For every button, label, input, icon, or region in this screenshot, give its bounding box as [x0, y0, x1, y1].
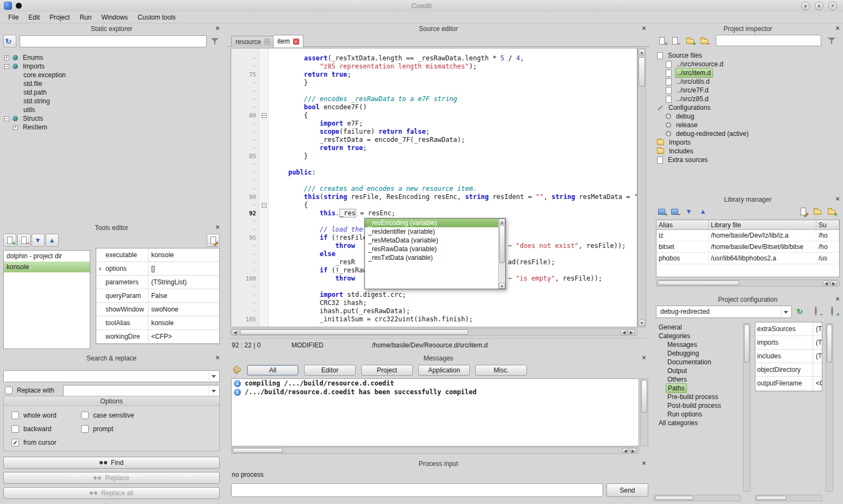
close-panel-icon[interactable] [641, 25, 647, 32]
config-grid-hscrollbar[interactable] [755, 495, 822, 501]
messages-vscrollbar[interactable] [640, 378, 648, 446]
tab-item[interactable]: item [273, 35, 303, 47]
table-row[interactable]: bitset/home/basile/Dev/Bitset/lib/bitse/… [656, 241, 839, 253]
tree-item-source-files[interactable]: Source files [655, 51, 842, 60]
checkbox-backward[interactable]: backward [11, 425, 81, 433]
scroll-left-icon[interactable]: ◀ [622, 448, 629, 453]
checkbox-prompt[interactable]: prompt [81, 425, 219, 433]
code-line[interactable]: 75 return true; [231, 71, 637, 79]
menu-run[interactable]: Run [75, 13, 96, 22]
code-line[interactable]: · [231, 160, 637, 169]
code-line[interactable]: · scope(failure) return false; [231, 128, 637, 136]
close-button[interactable]: × [828, 2, 837, 10]
completion-item-residentifier-variable[interactable]: _resIdentifier (variable) [365, 227, 498, 236]
scroll-right-icon[interactable]: ▶ [630, 448, 636, 453]
code-line[interactable]: · import std.digest.crc; [231, 291, 637, 299]
tool-item-dolphin-project-dir[interactable]: dolphin - project dir [4, 251, 90, 262]
menu-file[interactable]: File [3, 13, 23, 22]
completion-scrollbar[interactable]: ▲ ▼ [498, 219, 505, 289]
minimize-button[interactable]: ∨ [801, 2, 810, 10]
scroll-up-icon[interactable]: ▲ [639, 49, 645, 55]
code-line[interactable]: · /// creates and encodes a new resource… [231, 185, 637, 193]
close-tab-icon[interactable] [264, 39, 270, 45]
maximize-button[interactable]: ∧ [815, 2, 823, 10]
scroll-up-icon[interactable]: ▲ [499, 219, 505, 225]
property-value[interactable]: konsole [148, 251, 219, 259]
code-line[interactable]: · ihash.put(_resRawData); [231, 307, 637, 315]
config-category-output[interactable]: Output [654, 366, 741, 375]
code-line[interactable]: · [231, 87, 637, 95]
config-category-all-categories[interactable]: All categories [654, 419, 741, 427]
configuration-selector[interactable]: debug-redirected [656, 306, 792, 318]
config-category-run-options[interactable]: Run options [654, 410, 741, 419]
config-category-general[interactable]: General [654, 323, 741, 332]
fold-collapse-icon[interactable]: − [262, 113, 266, 118]
scroll-down-icon[interactable]: ▼ [639, 320, 645, 326]
column-header-su[interactable]: Su [816, 220, 839, 229]
tree-item-src-item-d[interactable]: ../src/item.d [655, 69, 842, 77]
remove-tool-button[interactable]: − [17, 234, 30, 247]
messages-tab-misc[interactable]: Misc. [475, 365, 527, 376]
code-line[interactable]: · "z85 representation length mismatches"… [231, 63, 637, 71]
scroll-right-icon[interactable]: ▶ [830, 281, 837, 285]
menu-edit[interactable]: Edit [23, 13, 45, 22]
scroll-thumb[interactable] [827, 325, 832, 363]
code-line[interactable]: · /// encodes _resRawData to a e7F strin… [231, 95, 637, 103]
replace-with-checkbox[interactable]: Replace with [5, 387, 54, 394]
remove-config-button[interactable]: − [811, 306, 823, 318]
tree-item-configurations[interactable]: Configurations [655, 103, 842, 112]
edit-library-button[interactable] [797, 206, 809, 217]
collapse-icon[interactable]: − [4, 64, 9, 69]
find-button[interactable]: Find [3, 457, 220, 469]
refresh-symbols-button[interactable]: ↻ [3, 35, 16, 48]
filter-icon[interactable] [211, 37, 219, 45]
property-value[interactable]: False [148, 292, 219, 300]
code-line[interactable]: 90 this(string resFile, ResEncoding resE… [231, 193, 637, 201]
property-value[interactable]: [] [148, 265, 219, 272]
move-library-up-button[interactable]: ▲ [697, 206, 709, 217]
tree-item-std-string[interactable]: std.string [2, 97, 221, 105]
close-panel-icon[interactable] [641, 354, 647, 361]
code-editor[interactable]: · assert(_resTxtData.length == _resRawDa… [231, 48, 637, 327]
scroll-thumb[interactable] [639, 57, 645, 86]
tool-item-konsole[interactable]: konsole [4, 262, 90, 272]
property-value[interactable]: (T [813, 352, 822, 360]
symbol-search-input[interactable] [20, 35, 207, 47]
checkbox-icon[interactable] [81, 412, 89, 419]
expand-icon[interactable]: + [4, 55, 9, 60]
config-category-debugging[interactable]: Debugging [654, 349, 741, 358]
tree-item-src-e7f-d[interactable]: ../src/e7F.d [655, 86, 842, 95]
checkbox-icon[interactable] [81, 425, 89, 433]
message-category-icon[interactable] [232, 365, 241, 374]
tree-item-resitem[interactable]: +ResItem [2, 123, 221, 132]
fold-collapse-icon[interactable]: − [262, 203, 266, 208]
left-splitter[interactable] [223, 24, 226, 504]
close-panel-icon[interactable] [834, 196, 841, 202]
replace-all-button[interactable]: Replace all [3, 487, 220, 499]
checkbox-icon[interactable] [11, 412, 19, 419]
move-tool-up-button[interactable]: ▲ [46, 234, 59, 247]
process-input-field[interactable] [231, 483, 603, 497]
code-line[interactable]: · public: [231, 169, 637, 177]
remove-library-button[interactable]: − [669, 206, 681, 217]
messages-tab-editor[interactable]: Editor [304, 365, 356, 376]
tree-item-includes[interactable]: Includes [655, 147, 842, 155]
checkbox-icon[interactable] [11, 425, 19, 433]
tree-item-imports[interactable]: Imports [655, 138, 842, 147]
message-row[interactable]: compiling /.../build/resource.d.coedit [232, 379, 639, 388]
scroll-thumb[interactable] [499, 225, 505, 263]
code-line[interactable]: · _resTxtData = encode_7F(_resRawData); [231, 136, 637, 144]
add-config-button[interactable]: + [828, 306, 840, 318]
close-panel-icon[interactable] [214, 224, 221, 231]
config-category-others[interactable]: Others [654, 375, 741, 384]
menu-project[interactable]: Project [45, 13, 75, 22]
messages-tab-project[interactable]: Project [361, 365, 413, 376]
tree-item-std-path[interactable]: std.path [2, 88, 221, 97]
checkbox-whole-word[interactable]: whole word [11, 412, 81, 419]
completion-item-resrawdata-variable[interactable]: _resRawData (variable) [365, 245, 498, 253]
tree-item-extra-sources[interactable]: Extra sources [655, 155, 842, 164]
property-value[interactable]: <CFP> [148, 333, 219, 340]
scroll-thumb[interactable] [658, 281, 739, 285]
property-value[interactable]: <C [813, 379, 822, 387]
tree-item-src-utils-d[interactable]: ../src/utils.d [655, 77, 842, 86]
